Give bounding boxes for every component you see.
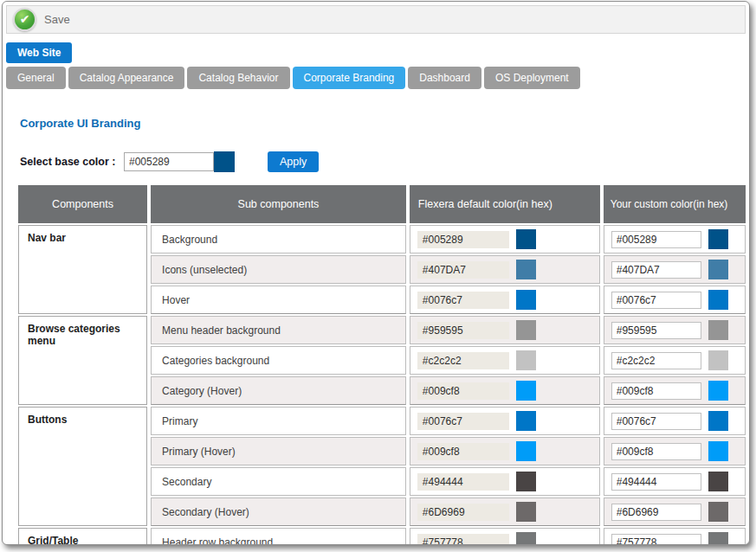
custom-hex-input[interactable] [611,292,701,309]
column-header: Flexera default color(in hex) [410,185,600,223]
default-hex-value: #407DA7 [417,261,509,279]
table-row: Browse categories menuMenu header backgr… [18,316,746,344]
default-color-cell: #494444 [410,467,600,496]
sub-component-cell: Background [151,225,406,254]
save-button[interactable]: ✔ Save [13,8,70,31]
app-window: ✔ Save Web Site GeneralCatalog Appearanc… [2,1,750,545]
default-hex-value: #0076c7 [417,292,509,309]
table-header-row: ComponentsSub componentsFlexera default … [18,185,746,223]
sub-component-cell: Primary (Hover) [151,437,406,465]
default-color-cell: #959595 [410,316,600,344]
page-title: Corporate UI Branding [20,117,749,130]
default-color-swatch [516,381,536,401]
sub-component-cell: Primary [151,407,406,435]
save-label: Save [44,13,70,26]
table-row: Nav barBackground#005289 [18,225,746,254]
custom-color-swatch[interactable] [708,502,728,522]
sub-component-cell: Secondary [151,467,406,496]
default-color-cell: #005289 [410,225,600,254]
default-color-swatch [516,532,536,545]
column-header: Components [18,185,147,223]
custom-color-swatch[interactable] [708,532,728,545]
custom-hex-input[interactable] [611,534,701,546]
default-hex-value: #0076c7 [417,413,509,430]
sub-component-cell: Icons (unselected) [151,255,406,284]
custom-hex-input[interactable] [611,473,701,491]
base-color-row: Select base color : Apply [20,151,749,172]
default-color-cell: #407DA7 [410,255,600,284]
base-color-input[interactable] [124,152,214,171]
custom-color-swatch[interactable] [708,260,728,279]
custom-color-swatch[interactable] [708,290,728,310]
tab-general[interactable]: General [6,67,66,89]
custom-color-swatch[interactable] [708,472,728,491]
custom-hex-input[interactable] [611,504,701,521]
custom-hex-input[interactable] [611,443,701,460]
component-cell: Buttons [18,407,147,526]
custom-color-cell [604,225,746,254]
table-row: ButtonsPrimary#0076c7 [18,407,746,435]
default-color-cell: #c2c2c2 [410,346,600,375]
tab-bar: GeneralCatalog AppearanceCatalog Behavio… [6,67,749,89]
default-color-swatch [516,229,536,249]
toolbar: ✔ Save [6,5,746,34]
default-color-cell: #009cf8 [410,376,600,405]
sub-component-cell: Category (Hover) [151,376,406,405]
custom-color-swatch[interactable] [708,229,728,249]
custom-color-swatch[interactable] [708,350,728,370]
tab-catalog-appearance[interactable]: Catalog Appearance [68,67,185,89]
default-color-swatch [516,411,536,431]
sub-component-cell: Hover [151,286,406,314]
sub-component-cell: Categories background [151,346,406,375]
tab-web-site[interactable]: Web Site [6,42,72,63]
default-hex-value: #009cf8 [417,382,509,400]
custom-hex-input[interactable] [611,352,701,369]
column-header: Sub components [151,185,406,223]
component-cell: Grid/Table [18,528,147,545]
default-hex-value: #494444 [417,473,509,491]
custom-hex-input[interactable] [611,261,701,279]
tab-corporate-branding[interactable]: Corporate Branding [293,67,406,89]
default-color-swatch [516,290,536,310]
default-hex-value: #6D6969 [417,504,509,521]
custom-color-cell [604,497,746,526]
default-color-cell: #6D6969 [410,497,600,526]
tab-dashboard[interactable]: Dashboard [408,67,481,89]
custom-hex-input[interactable] [611,231,701,248]
default-color-cell: #0076c7 [410,286,600,314]
custom-color-cell [604,376,746,405]
sub-component-cell: Secondary (Hover) [151,497,406,526]
column-header: Your custom color(in hex) [604,185,746,223]
custom-color-swatch[interactable] [708,320,728,340]
default-color-cell: #757778 [410,528,600,545]
tab-os-deployment[interactable]: OS Deployment [484,67,580,89]
custom-color-cell [604,255,746,284]
custom-color-swatch[interactable] [708,441,728,461]
default-color-cell: #0076c7 [410,407,600,435]
sub-component-cell: Header row background [151,528,406,545]
custom-color-cell [604,316,746,344]
default-color-swatch [516,441,536,461]
custom-hex-input[interactable] [611,322,701,339]
custom-hex-input[interactable] [611,382,701,400]
custom-color-cell [604,528,746,545]
default-hex-value: #005289 [417,231,509,248]
default-color-swatch [516,260,536,279]
custom-hex-input[interactable] [611,413,701,430]
branding-table-body: Nav barBackground#005289Icons (unselecte… [18,225,746,545]
save-check-icon: ✔ [13,8,36,31]
custom-color-cell [604,407,746,435]
base-color-swatch[interactable] [214,151,235,172]
default-color-cell: #009cf8 [410,437,600,465]
custom-color-swatch[interactable] [708,381,728,401]
sub-component-cell: Menu header background [151,316,406,344]
apply-button[interactable]: Apply [268,151,319,172]
default-hex-value: #009cf8 [417,443,509,460]
custom-color-cell [604,286,746,314]
tab-catalog-behavior[interactable]: Catalog Behavior [187,67,289,89]
component-cell: Nav bar [18,225,147,314]
base-color-label: Select base color : [20,156,124,168]
custom-color-swatch[interactable] [708,411,728,431]
default-color-swatch [516,502,536,522]
custom-color-cell [604,437,746,465]
